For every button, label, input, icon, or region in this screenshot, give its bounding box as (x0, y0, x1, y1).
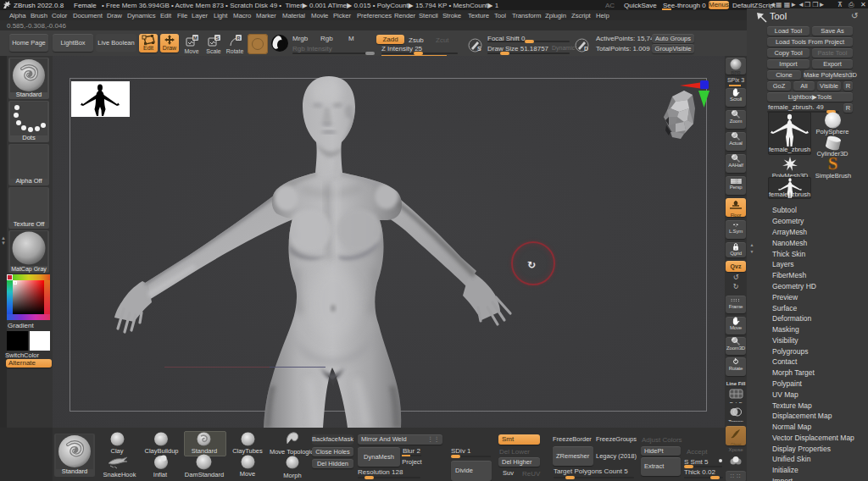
svg-text:M: M (193, 36, 198, 41)
svg-text:S: S (477, 46, 481, 52)
svg-text:D: D (584, 46, 588, 52)
svg-text:S: S (828, 155, 838, 172)
svg-text:R: R (236, 36, 241, 41)
svg-text:S: S (215, 36, 219, 41)
